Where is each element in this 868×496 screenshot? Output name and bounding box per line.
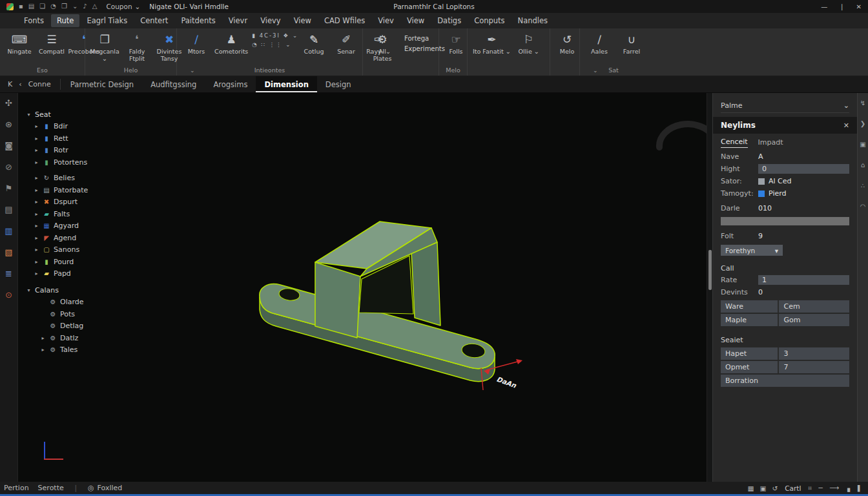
page-icon[interactable]: ❐ [61,0,67,13]
grid-icon[interactable]: ▤ [28,0,34,13]
folder-color-icon[interactable]: ▧ [5,247,12,258]
color-swatch[interactable] [758,178,765,185]
darle-slider[interactable] [721,217,849,225]
viewport-scrollbar[interactable] [707,93,712,482]
ribbon-button[interactable]: ∪ Farrel [616,32,647,56]
tree-item[interactable]: ▸ ▮ Rett [34,132,88,145]
card-label[interactable]: Cartl [785,484,801,492]
ribbon-button[interactable]: ♟ Cometorits [213,32,249,56]
window-icon[interactable]: ❏ [39,0,45,13]
ribbon-button[interactable]: ❛ Faldy Ftplit [121,32,152,62]
globe-icon[interactable]: ⊛ [5,119,12,130]
bag-icon[interactable]: ◙ [5,141,13,151]
panel-tab[interactable]: Cenceit [721,138,748,148]
table-row[interactable]: Ware Cem [721,300,849,313]
table-row[interactable]: Opmet 7 [721,361,849,373]
tree-item[interactable]: ▸ ▰ Falts [34,208,88,220]
panel-icon[interactable]: ▣ [860,141,865,148]
move-icon[interactable]: ✣ [5,98,12,108]
panel-selector-dropdown[interactable]: Palme ⌄ [721,98,849,113]
zoom-slider-icon[interactable]: ⟶ [829,484,839,492]
viewport-3d[interactable]: ▾ Seat ▸ ▮ Bdir ▸ ▮ Rett ▸ ▮ [18,93,712,482]
menu-item[interactable]: Vievy [254,14,287,27]
menu-item[interactable]: Datigs [431,14,467,27]
tree-item[interactable]: ▸ ⚙ Pots [40,308,88,320]
menu-item[interactable]: Conputs [468,14,510,27]
maximize-button[interactable]: ❘ [839,3,844,10]
tree-item[interactable]: ▸ ⚙ Datlz [40,332,88,344]
menu-item[interactable]: Viev [372,14,400,27]
tree-item[interactable]: ▸ ▮ Bdir [34,121,88,133]
document-tab[interactable]: Audfitgssing [142,76,205,92]
menu-item[interactable]: View [401,14,430,27]
tree-item[interactable]: ▸ ▦ Agyard [34,220,88,232]
dots-icon[interactable]: ∴ [861,182,865,189]
ribbon-button[interactable]: ❐ Megcanla ⌄ [89,32,120,62]
ribbon-button[interactable]: ⚐ Ollie ⌄ [513,32,544,56]
search-icon[interactable]: ⊙ [5,290,12,300]
tree-item[interactable]: ▸ ▮ Pourd [34,256,88,268]
ribbon-button[interactable]: ✎ Cotlug [298,32,329,56]
triangle-icon[interactable]: △ [92,0,98,13]
ribbon-button[interactable]: ⌨ Ningate [4,32,35,56]
menu-item[interactable]: Fonts [18,14,50,27]
hash-icon[interactable]: ⌗ [808,484,812,492]
menu-item[interactable]: Centert [134,14,174,27]
grid-view-icon[interactable]: ▦ [748,484,754,492]
bullet-icon[interactable]: ▪ [19,0,23,13]
tree-item[interactable]: ▸ ▤ Patorbate [34,184,88,196]
ribbon-button[interactable]: ⚙ All Plates [367,32,398,62]
document-icon[interactable]: ▤ [5,205,12,215]
chevron-down-icon[interactable]: ⌄ [72,0,78,13]
corner-icon[interactable]: ▗ [845,484,850,492]
library-icon[interactable]: ≣ [5,269,12,279]
panel-view-icon[interactable]: ▣ [760,484,766,492]
bracket-model[interactable]: DaAn [256,221,527,405]
bolt-icon[interactable]: ↯ [860,99,865,107]
tree-item[interactable]: ▸ ▮ Potortens [34,156,88,169]
close-button[interactable]: ✕ [856,3,862,10]
menu-item[interactable]: View [288,14,317,27]
tree-item[interactable]: ▸ ▰ Papd [34,268,88,280]
clock-icon[interactable]: ◔ [50,0,56,13]
bar-icon[interactable]: ❚ [856,484,862,492]
status-item[interactable]: Pertion [4,484,29,492]
books-blue-icon[interactable]: ▥ [5,226,12,236]
tree-item[interactable]: ▸ ⚙ Olarde [40,296,88,309]
document-tab[interactable]: Parmetric Design [62,76,142,92]
ribbon-button[interactable]: ☰ Compatl [36,32,67,56]
home-icon[interactable]: ⌂ [861,161,865,169]
scrollbar-thumb[interactable] [708,250,712,290]
flag-icon[interactable]: ⚑ [5,183,13,194]
mode-toggle[interactable]: ◎ Foxlled [88,484,122,492]
tree-item[interactable]: ▸ ▢ Sanons [34,244,88,256]
quick-access-dropdown[interactable]: Coupon ⌄ [106,3,140,10]
table-row[interactable]: Hapet 3 [721,347,849,360]
forethyn-dropdown[interactable]: Forethyn ▾ [721,245,783,256]
panel-tab[interactable]: Impadt [758,138,783,148]
ribbon-button[interactable]: ∕ Mtors [181,32,212,56]
slash-circle-icon[interactable]: ⊘ [5,162,12,172]
tree-item[interactable]: ▸ ▮ Rotr [34,145,88,157]
document-tab[interactable]: Design [317,76,360,92]
hight-input[interactable]: 0 [758,164,849,174]
tree-item[interactable]: ▸ ⚙ Tales [40,344,88,356]
ribbon-button[interactable]: ✐ Senar [331,32,362,56]
refresh-icon[interactable]: ↺ [772,484,778,492]
menu-item[interactable]: Vievr [223,14,253,27]
mini-tool-cluster[interactable]: ▮ 4C-3l ❖ ⌄ ◔ ∷ ⋮⋮ ⌄ [252,28,298,56]
document-tab[interactable]: Dimension [256,76,316,92]
zoom-out-icon[interactable]: − [818,484,823,492]
nav-back-cluster[interactable]: K ‹ Conne [0,76,59,92]
table-row[interactable]: Maple Gom [721,314,849,326]
borration-row[interactable]: Borration [721,375,849,387]
rate-input[interactable]: 1 [758,275,849,285]
color-swatch[interactable] [758,191,765,197]
chevron-right-icon[interactable]: ❯ [860,120,865,127]
menu-item[interactable]: Nandles [512,14,554,27]
note-icon[interactable]: ♪ [83,0,87,13]
ribbon-button[interactable]: ∕ Aales [584,32,615,56]
ribbon-button[interactable]: ✒ Ito Fanatit ⌄ [471,32,512,56]
status-item[interactable]: Serotte [38,484,64,492]
tree-root[interactable]: ▾ Calans [26,284,88,296]
